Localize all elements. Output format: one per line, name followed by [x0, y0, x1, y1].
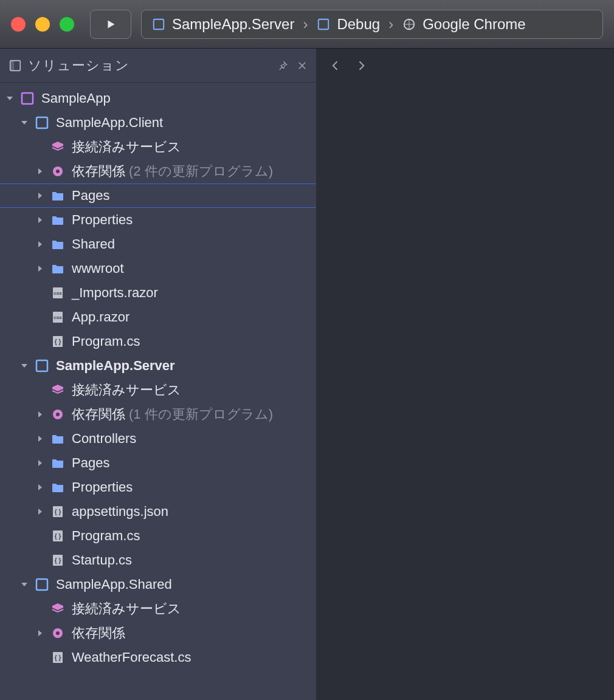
run-target-breadcrumb[interactable]: SampleApp.Server › Debug › Google Chrome — [141, 10, 603, 39]
expander-placeholder — [34, 311, 46, 323]
breadcrumb-sep: › — [388, 16, 393, 33]
breadcrumb-project: SampleApp.Server — [172, 16, 294, 33]
svg-rect-5 — [22, 93, 33, 104]
expander-placeholder — [34, 141, 46, 153]
tree-label: appsettings.json — [72, 504, 168, 520]
dependencies-icon — [50, 407, 66, 422]
folder-node[interactable]: Properties — [0, 475, 316, 499]
tree-label: App.razor — [72, 309, 129, 325]
chevron-right-icon[interactable] — [34, 457, 46, 469]
svg-text:css: css — [53, 290, 62, 296]
tree-label: Properties — [72, 479, 133, 495]
chevron-right-icon[interactable] — [34, 262, 46, 275]
chevron-right-icon[interactable] — [34, 190, 46, 202]
folder-icon — [50, 455, 66, 471]
project-icon — [34, 115, 50, 131]
solution-node[interactable]: SampleApp — [0, 86, 316, 111]
file-node[interactable]: { } appsettings.json — [0, 499, 316, 524]
svg-point-17 — [56, 413, 60, 416]
chevron-right-icon[interactable] — [34, 627, 46, 639]
svg-rect-24 — [36, 579, 47, 590]
nav-back-icon[interactable] — [329, 60, 342, 72]
code-file-icon: { } — [50, 504, 66, 520]
connected-services-node[interactable]: 接続済みサービス — [0, 597, 316, 621]
nav-forward-icon[interactable] — [355, 60, 367, 72]
run-button[interactable] — [90, 10, 131, 39]
chevron-down-icon[interactable] — [18, 117, 30, 129]
minimize-window-button[interactable] — [35, 17, 50, 32]
project-icon — [151, 17, 166, 32]
folder-node[interactable]: Properties — [0, 208, 316, 232]
file-node[interactable]: css App.razor — [0, 305, 316, 329]
file-node[interactable]: { } Program.cs — [0, 524, 316, 548]
chevron-right-icon[interactable] — [34, 433, 46, 445]
connected-services-icon — [50, 601, 66, 617]
chevron-right-icon[interactable] — [34, 165, 46, 177]
chevron-right-icon[interactable] — [34, 408, 46, 420]
zoom-window-button[interactable] — [60, 17, 74, 32]
svg-rect-1 — [319, 19, 329, 29]
expander-placeholder — [34, 651, 46, 664]
project-node[interactable]: SampleApp.Server — [0, 354, 316, 378]
expander-placeholder — [34, 603, 46, 615]
dependencies-node[interactable]: 依存関係 — [0, 621, 316, 645]
svg-text:{ }: { } — [55, 533, 61, 540]
folder-node-pages[interactable]: Pages — [0, 184, 316, 208]
panel-icon — [9, 59, 22, 72]
file-node[interactable]: { } Program.cs — [0, 329, 316, 354]
folder-node[interactable]: Controllers — [0, 427, 316, 451]
chevron-right-icon[interactable] — [34, 214, 46, 226]
svg-point-8 — [56, 170, 60, 173]
chevron-down-icon[interactable] — [4, 92, 16, 105]
expander-placeholder — [34, 287, 46, 299]
pin-icon[interactable] — [277, 60, 288, 71]
svg-rect-4 — [10, 60, 14, 70]
panel-header: ソリューション — [0, 49, 316, 83]
tree-label: 依存関係 — [72, 624, 125, 642]
solution-icon — [19, 91, 35, 106]
chevron-down-icon[interactable] — [18, 360, 30, 372]
svg-rect-6 — [36, 117, 47, 128]
tree-label: wwwroot — [72, 261, 124, 276]
solution-explorer: ソリューション SampleApp SampleApp.Client 接続済み — [0, 49, 316, 700]
tree-label: Program.cs — [72, 528, 140, 544]
file-node[interactable]: { } Startup.cs — [0, 548, 316, 572]
tree-label: Controllers — [72, 431, 136, 447]
svg-point-26 — [56, 631, 60, 635]
dependencies-node[interactable]: 依存関係 (1 件の更新プログラム) — [0, 402, 316, 427]
solution-tree: SampleApp SampleApp.Client 接続済みサービス 依存関係… — [0, 83, 316, 673]
chevron-down-icon[interactable] — [18, 578, 30, 591]
svg-text:{ }: { } — [55, 654, 61, 661]
project-icon — [34, 577, 50, 592]
file-node[interactable]: { } WeatherForecast.cs — [0, 645, 316, 670]
connected-services-icon — [50, 139, 66, 155]
project-node[interactable]: SampleApp.Shared — [0, 572, 316, 597]
tree-label: 接続済みサービス — [72, 600, 181, 618]
folder-node[interactable]: Pages — [0, 451, 316, 475]
svg-text:css: css — [53, 315, 62, 320]
css-file-icon: css — [50, 309, 66, 325]
svg-rect-15 — [36, 360, 47, 371]
connected-services-node[interactable]: 接続済みサービス — [0, 135, 316, 159]
project-node[interactable]: SampleApp.Client — [0, 111, 316, 135]
close-panel-icon[interactable] — [297, 60, 308, 71]
chevron-right-icon[interactable] — [34, 481, 46, 493]
code-file-icon: { } — [50, 552, 66, 568]
connected-services-node[interactable]: 接続済みサービス — [0, 378, 316, 402]
tree-label: Startup.cs — [72, 552, 132, 568]
expander-placeholder — [34, 384, 46, 396]
close-window-button[interactable] — [11, 17, 26, 32]
breadcrumb-config: Debug — [337, 16, 380, 33]
svg-text:{ }: { } — [55, 338, 61, 345]
chevron-right-icon[interactable] — [34, 238, 46, 250]
browser-icon — [402, 17, 416, 32]
file-node[interactable]: css _Imports.razor — [0, 281, 316, 305]
folder-node[interactable]: wwwroot — [0, 256, 316, 281]
expander-placeholder — [34, 335, 46, 348]
folder-icon — [50, 261, 66, 276]
folder-node[interactable]: Shared — [0, 232, 316, 256]
svg-rect-0 — [154, 19, 164, 29]
tree-label: Properties — [72, 212, 133, 228]
dependencies-node[interactable]: 依存関係 (2 件の更新プログラム) — [0, 159, 316, 184]
chevron-right-icon[interactable] — [34, 506, 46, 518]
